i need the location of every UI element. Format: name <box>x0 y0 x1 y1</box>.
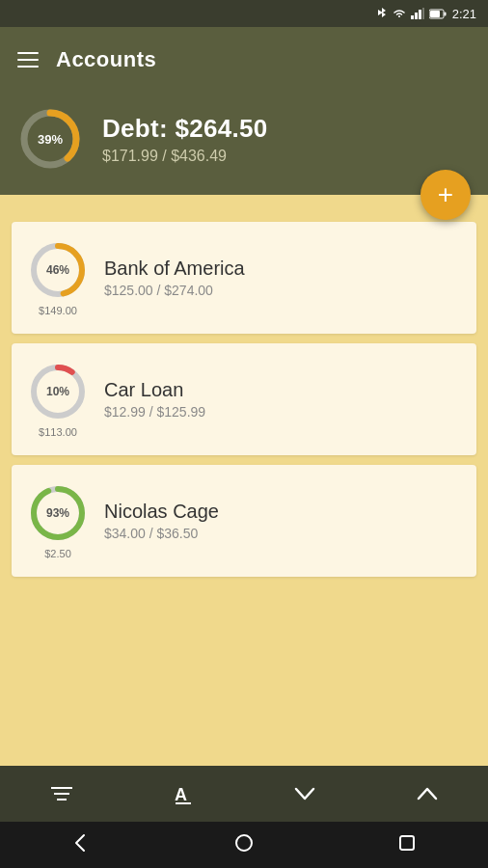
bluetooth-icon <box>376 7 388 20</box>
summary-donut-label: 39% <box>38 132 63 147</box>
card-name-1: Car Loan <box>104 379 461 401</box>
svg-rect-0 <box>411 15 414 19</box>
home-icon <box>234 833 254 853</box>
card-sub-0: $125.00 / $274.00 <box>104 283 461 298</box>
account-card-car-loan[interactable]: 10% $113.00 Car Loan $12.99 / $125.99 <box>12 343 476 455</box>
back-button[interactable] <box>53 826 109 865</box>
chevron-up-button[interactable] <box>401 779 453 808</box>
card-sub-2: $34.00 / $36.50 <box>104 526 461 541</box>
card-donut-2: 93% <box>27 482 89 544</box>
chevron-down-button[interactable] <box>279 779 331 808</box>
battery-icon <box>429 9 447 19</box>
summary-sub-label: $171.99 / $436.49 <box>102 148 268 165</box>
svg-point-20 <box>236 835 252 851</box>
summary-debt-label: Debt: $264.50 <box>102 114 268 144</box>
card-info-1: Car Loan $12.99 / $125.99 <box>104 379 461 420</box>
svg-rect-3 <box>422 8 424 19</box>
wifi-icon <box>393 9 406 18</box>
card-info-2: Nicolas Cage $34.00 / $36.50 <box>104 501 461 541</box>
card-donut-wrap-0: 46% $149.00 <box>27 239 89 316</box>
account-card-bank-of-america[interactable]: 46% $149.00 Bank of America $125.00 / $2… <box>12 222 476 334</box>
card-amount-2: $2.50 <box>44 548 71 559</box>
card-donut-0: 46% <box>27 239 89 301</box>
card-name-2: Nicolas Cage <box>104 501 461 523</box>
card-donut-1: 10% <box>27 361 89 422</box>
recents-icon <box>398 834 416 852</box>
plus-icon: + <box>438 181 453 208</box>
hamburger-line <box>17 59 39 61</box>
svg-text:A: A <box>175 785 187 804</box>
add-account-button[interactable]: + <box>420 170 471 220</box>
bottom-toolbar: A <box>0 766 488 822</box>
text-format-button[interactable]: A <box>158 775 208 812</box>
card-name-0: Bank of America <box>104 258 461 280</box>
summary-donut: 39% <box>17 106 83 172</box>
card-sub-1: $12.99 / $125.99 <box>104 404 461 420</box>
chevron-down-icon <box>294 787 315 800</box>
page-title: Accounts <box>56 47 156 72</box>
signal-icon <box>411 8 424 19</box>
svg-rect-2 <box>419 10 421 19</box>
svg-rect-1 <box>415 13 418 19</box>
status-time: 2:21 <box>452 7 476 21</box>
card-percent-1: 10% <box>46 385 69 398</box>
svg-rect-21 <box>400 836 414 850</box>
hamburger-menu-button[interactable] <box>17 52 39 68</box>
chevron-up-icon <box>417 787 438 800</box>
accounts-list: 46% $149.00 Bank of America $125.00 / $2… <box>0 195 488 588</box>
toolbar: Accounts <box>0 27 488 93</box>
card-donut-wrap-1: 10% $113.00 <box>27 361 89 438</box>
header-summary: 39% Debt: $264.50 $171.99 / $436.49 + <box>0 93 488 195</box>
card-info-0: Bank of America $125.00 / $274.00 <box>104 258 461 298</box>
filter-button[interactable] <box>36 777 88 810</box>
hamburger-line <box>17 66 39 68</box>
card-percent-0: 46% <box>46 263 69 277</box>
status-icons <box>376 7 447 20</box>
card-amount-0: $149.00 <box>39 305 77 316</box>
status-bar: 2:21 <box>0 0 488 27</box>
svg-rect-6 <box>430 11 440 17</box>
card-percent-2: 93% <box>46 506 69 520</box>
svg-rect-5 <box>444 12 446 15</box>
nav-bar <box>0 822 488 868</box>
card-amount-1: $113.00 <box>39 426 77 438</box>
text-icon: A <box>174 783 193 804</box>
recents-button[interactable] <box>379 827 435 864</box>
back-icon <box>72 833 90 853</box>
filter-icon <box>51 785 72 802</box>
card-donut-wrap-2: 93% $2.50 <box>27 482 89 559</box>
hamburger-line <box>17 52 39 54</box>
account-card-nicolas-cage[interactable]: 93% $2.50 Nicolas Cage $34.00 / $36.50 <box>12 465 476 577</box>
home-button[interactable] <box>215 826 273 865</box>
summary-text: Debt: $264.50 $171.99 / $436.49 <box>102 114 268 165</box>
